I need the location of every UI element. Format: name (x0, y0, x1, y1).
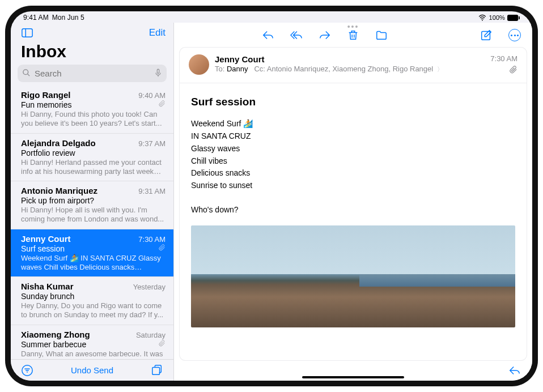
dictation-icon[interactable] (154, 69, 162, 80)
message-time: 7:30 AM (490, 54, 517, 63)
row-sender: Jenny Court (21, 234, 71, 244)
message-row[interactable]: Rigo Rangel9:40 AMFun memoriesHi Danny, … (11, 86, 173, 134)
mailboxes-button[interactable] (149, 362, 166, 379)
message-row[interactable]: Alejandra Delgado9:37 AMPortfolio review… (11, 134, 173, 182)
row-time: Yesterday (133, 283, 166, 291)
status-time: 9:41 AM (23, 14, 49, 22)
message-row[interactable]: Xiaomeng ZhongSaturdaySummer barbecueDan… (11, 325, 173, 360)
svg-rect-2 (519, 16, 520, 19)
body-line: Delicious snacks (191, 167, 515, 180)
row-preview: Danny, What an awesome barbecue. It was … (21, 350, 166, 360)
body-line: Weekend Surf 🏄 (191, 118, 515, 130)
sidebar: Edit Inbox Rigo Rangel9:40 AMFun memorie… (11, 23, 174, 381)
row-time: 9:40 AM (138, 91, 166, 100)
home-indicator[interactable] (302, 376, 404, 378)
compose-button[interactable] (479, 28, 494, 42)
row-preview: Hi Danny! Hope all is well with you. I'm… (21, 206, 166, 224)
svg-rect-7 (157, 69, 159, 73)
svg-rect-3 (22, 29, 32, 37)
svg-rect-13 (482, 32, 490, 40)
body-line: Glassy waves (191, 143, 515, 155)
svg-point-0 (482, 20, 483, 21)
body-line: IN SANTA CRUZ (191, 130, 515, 143)
message-row[interactable]: Antonio Manriquez9:31 AMPick up from air… (11, 181, 173, 229)
cc-label: Cc: (254, 65, 265, 73)
ipad-frame: 9:41 AM Mon Jun 5 100% Edit Inbox (5, 6, 538, 386)
row-sender: Nisha Kumar (21, 282, 74, 291)
chevron-right-icon: 〉 (437, 66, 443, 73)
reply-all-button[interactable] (289, 28, 304, 42)
row-time: 7:30 AM (138, 235, 166, 244)
message-card: Jenny Court To: Danny Cc: Antonio Manriq… (180, 48, 527, 360)
attachment-icon (159, 244, 166, 253)
inline-photo[interactable] (191, 225, 515, 327)
row-sender: Alejandra Delgado (21, 138, 96, 148)
avatar[interactable] (189, 54, 209, 75)
body-line: Chill vibes (191, 155, 515, 168)
row-subject: Sunday brunch (21, 292, 74, 301)
search-icon (22, 69, 31, 79)
reply-button[interactable] (261, 28, 275, 42)
forward-button[interactable] (317, 28, 332, 42)
row-preview: Hi Danny! Herland passed me your contact… (21, 158, 166, 177)
from-name: Jenny Court (215, 54, 485, 64)
row-subject: Summer barbecue (21, 340, 86, 349)
status-bar: 9:41 AM Mon Jun 5 100% (11, 11, 532, 23)
message-subject: Surf session (191, 93, 515, 110)
row-preview: Hey Danny, Do you and Rigo want to come … (21, 301, 166, 320)
message-pane: ••• Jenny Court To: (174, 23, 532, 381)
row-subject: Pick up from airport? (21, 196, 94, 205)
attachment-icon (510, 65, 517, 74)
screen: 9:41 AM Mon Jun 5 100% Edit Inbox (11, 11, 532, 381)
message-row[interactable]: Jenny Court7:30 AMSurf sessionWeekend Su… (11, 229, 173, 278)
to-value: Danny (227, 65, 248, 73)
svg-rect-1 (507, 15, 518, 21)
body-line: Sunrise to sunset (191, 180, 515, 192)
multitask-indicator[interactable]: ••• (347, 23, 359, 31)
row-sender: Xiaomeng Zhong (21, 330, 90, 339)
row-sender: Rigo Rangel (21, 90, 71, 100)
undo-send-button[interactable]: Undo Send (71, 365, 113, 375)
cc-value: Antonio Manriquez, Xiaomeng Zhong, Rigo … (267, 65, 433, 73)
svg-rect-12 (152, 367, 160, 374)
row-subject: Portfolio review (21, 148, 75, 157)
attachment-icon (159, 339, 166, 349)
row-sender: Antonio Manriquez (21, 186, 97, 195)
quick-reply-button[interactable] (507, 363, 522, 378)
to-label: To: (215, 65, 224, 73)
row-time: 9:31 AM (138, 187, 166, 195)
message-header[interactable]: Jenny Court To: Danny Cc: Antonio Manriq… (180, 48, 527, 83)
toggle-sidebar-button[interactable] (19, 24, 36, 41)
attachment-icon (159, 100, 166, 109)
filter-button[interactable] (19, 362, 36, 379)
row-time: 9:37 AM (138, 139, 166, 148)
message-list[interactable]: Rigo Rangel9:40 AMFun memoriesHi Danny, … (11, 86, 173, 359)
svg-line-6 (27, 74, 29, 76)
move-button[interactable] (374, 28, 389, 42)
battery-icon (507, 15, 520, 21)
wifi-icon (478, 14, 486, 21)
edit-button[interactable]: Edit (149, 27, 166, 39)
row-subject: Fun memories (21, 100, 71, 109)
svg-point-5 (23, 70, 28, 75)
row-preview: Weekend Surf 🏄 IN SANTA CRUZ Glassy wave… (21, 254, 166, 272)
message-row[interactable]: Nisha KumarYesterdaySunday brunchHey Dan… (11, 277, 173, 325)
inbox-title: Inbox (11, 41, 173, 65)
status-date: Mon Jun 5 (52, 14, 84, 22)
closing-line: Who's down? (191, 204, 515, 216)
row-preview: Hi Danny, Found this photo you took! Can… (21, 110, 166, 129)
battery-pct: 100% (489, 14, 505, 21)
search-input[interactable] (18, 65, 167, 82)
row-subject: Surf session (21, 244, 65, 253)
more-button[interactable] (507, 28, 522, 42)
row-time: Saturday (136, 331, 166, 339)
message-body[interactable]: Surf session Weekend Surf 🏄IN SANTA CRUZ… (180, 83, 527, 338)
